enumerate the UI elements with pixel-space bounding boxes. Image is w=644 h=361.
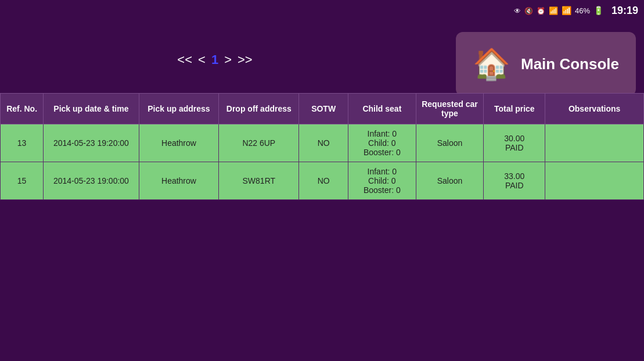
cell-child-seat: Infant: 0 Child: 0 Booster: 0 [348,162,416,200]
cell-pickup-address: Heathrow [139,162,219,200]
current-page: 1 [211,52,218,67]
cell-car-type: Saloon [416,162,484,200]
header-pickup-address: Pick up address [139,94,219,124]
cell-total-price: 30.00 PAID [484,124,545,162]
cell-refno: 15 [1,162,44,200]
main-console-label: Main Console [521,55,619,73]
cell-total-price: 33.00 PAID [484,162,545,200]
battery-percent: 46% [575,6,590,15]
prev-page-button[interactable]: < [198,52,206,67]
table-row: 132014-05-23 19:20:00HeathrowN22 6UPNOIn… [1,124,644,162]
table-header-row: Ref. No. Pick up date & time Pick up add… [1,94,644,124]
eye-icon [514,6,521,15]
cell-dropoff-address: N22 6UP [219,124,299,162]
cell-pickup-datetime: 2014-05-23 19:00:00 [44,162,139,200]
wifi-icon: 📶 [549,6,558,15]
cell-child-seat: Infant: 0 Child: 0 Booster: 0 [348,124,416,162]
header-observations: Observations [545,94,644,124]
status-bar: 📶 46% 19:19 [458,0,644,21]
header-dropoff-address: Drop off address [219,94,299,124]
cell-observations [545,162,644,200]
signal-icon [562,6,571,15]
cell-sotw: NO [299,162,348,200]
header-total-price: Total price [484,94,545,124]
cell-refno: 13 [1,124,44,162]
alarm-icon [537,6,545,15]
bookings-table-container: Ref. No. Pick up date & time Pick up add… [0,93,644,361]
header-sotw: SOTW [299,94,348,124]
cell-pickup-datetime: 2014-05-23 19:20:00 [44,124,139,162]
header-refno: Ref. No. [1,94,44,124]
cell-dropoff-address: SW81RT [219,162,299,200]
cell-sotw: NO [299,124,348,162]
clock-time: 19:19 [611,5,638,17]
header-pickup-datetime: Pick up date & time [44,94,139,124]
next-page-button[interactable]: > [224,52,232,67]
cell-car-type: Saloon [416,124,484,162]
header-car-type: Requested car type [416,94,484,124]
bookings-table: Ref. No. Pick up date & time Pick up add… [0,93,644,200]
last-page-button[interactable]: >> [238,52,253,67]
mute-icon [524,6,533,15]
house-icon: 🏠 [473,47,510,82]
pagination: << < 1 > >> [0,52,430,67]
table-row: 152014-05-23 19:00:00HeathrowSW81RTNOInf… [1,162,644,200]
main-console-button[interactable]: 🏠 Main Console [456,32,636,96]
header-child-seat: Child seat [348,94,416,124]
cell-pickup-address: Heathrow [139,124,219,162]
battery-icon [593,6,603,15]
cell-observations [545,124,644,162]
first-page-button[interactable]: << [177,52,192,67]
